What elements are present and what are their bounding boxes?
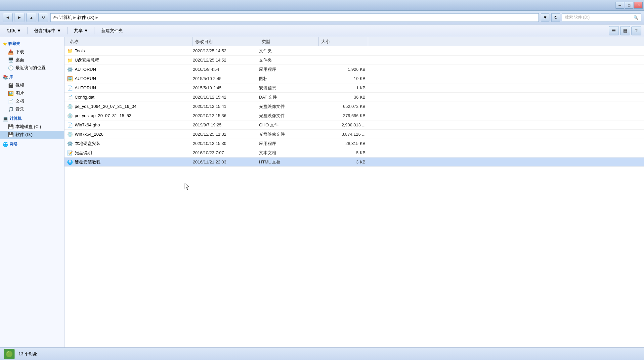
- col-header-type[interactable]: 类型: [259, 37, 319, 46]
- forward-button[interactable]: ►: [15, 13, 24, 22]
- star-icon: ★: [3, 41, 7, 47]
- up-button[interactable]: ▲: [26, 13, 36, 22]
- sidebar-library-header[interactable]: 📚 库: [0, 73, 64, 81]
- recent-label: 最近访问的位置: [16, 65, 46, 71]
- share-button[interactable]: 共享 ▼: [70, 26, 93, 35]
- file-name: AUTORUN: [75, 67, 96, 72]
- breadcrumb[interactable]: 🗁 计算机 ▶ 软件 (D:) ▶: [50, 13, 539, 22]
- table-row[interactable]: 📄 AUTORUN 2015/5/10 2:45 安装信息 1 KB: [64, 83, 644, 93]
- sidebar-item-music[interactable]: 🎵 音乐: [0, 105, 64, 113]
- sidebar-computer-header[interactable]: 💻 计算机: [0, 114, 64, 123]
- file-type-cell: 文件夹: [259, 48, 319, 54]
- title-bar-buttons: ─ □ ✕: [616, 2, 643, 9]
- new-folder-button[interactable]: 新建文件夹: [97, 26, 127, 35]
- table-row[interactable]: 📄 Config.dat 2020/10/12 15:42 DAT 文件 36 …: [64, 93, 644, 102]
- include-library-label: 包含到库中: [34, 28, 56, 34]
- file-type-cell: GHO 文件: [259, 122, 319, 128]
- file-size-cell: 2,900,813 ...: [319, 122, 368, 127]
- sidebar-item-software-d[interactable]: 💾 软件 (D:): [0, 131, 64, 139]
- table-row[interactable]: 📁 U盘安装教程 2020/12/25 14:52 文件夹: [64, 56, 644, 65]
- col-header-name[interactable]: 名称: [67, 37, 193, 46]
- help-button[interactable]: ?: [631, 26, 641, 35]
- file-name-cell: 📁 U盘安装教程: [67, 57, 193, 63]
- back-button[interactable]: ◄: [3, 13, 13, 22]
- file-name-cell: 📄 AUTORUN: [67, 85, 193, 91]
- file-date-cell: 2015/5/10 2:45: [193, 85, 259, 90]
- file-name: 硬盘安装教程: [75, 159, 101, 165]
- file-type-icon: 📝: [67, 150, 73, 156]
- toolbar-right: ☰ ▦ ?: [609, 26, 641, 35]
- file-name-cell: 📄 Win7x64.gho: [67, 122, 193, 128]
- organize-button[interactable]: 组织 ▼: [3, 26, 25, 35]
- sidebar-item-download[interactable]: 📥 下载: [0, 48, 64, 56]
- table-row[interactable]: 📄 Win7x64.gho 2019/9/7 19:25 GHO 文件 2,90…: [64, 120, 644, 130]
- file-date-cell: 2020/10/12 15:41: [193, 104, 259, 109]
- col-header-size[interactable]: 大小: [319, 37, 368, 46]
- table-row[interactable]: 📝 光盘说明 2016/10/23 7:07 文本文档 5 KB: [64, 148, 644, 158]
- table-row[interactable]: 📁 Tools 2020/12/25 14:52 文件夹: [64, 46, 644, 56]
- sidebar-item-desktop[interactable]: 🖥️ 桌面: [0, 56, 64, 64]
- favorites-label: 收藏夹: [8, 41, 20, 47]
- sidebar-item-picture[interactable]: 🖼️ 图片: [0, 89, 64, 97]
- file-type-icon: 📁: [67, 58, 73, 63]
- table-row[interactable]: 🌐 硬盘安装教程 2016/11/21 22:03 HTML 文档 3 KB: [64, 158, 644, 167]
- table-row[interactable]: 💿 Win7x64_2020 2020/12/25 11:32 光盘映像文件 3…: [64, 130, 644, 139]
- file-type-icon: 💿: [67, 104, 73, 109]
- file-size-cell: 36 KB: [319, 95, 368, 100]
- file-type-icon: 🌐: [67, 159, 73, 165]
- table-row[interactable]: 💿 pe_yqs_1064_20_07_31_16_04 2020/10/12 …: [64, 102, 644, 111]
- doc-icon: 📄: [8, 99, 14, 104]
- file-size-cell: 1,926 KB: [319, 67, 368, 72]
- file-type-cell: 安装信息: [259, 85, 319, 91]
- recent-icon: 🕒: [8, 65, 14, 70]
- music-label: 音乐: [16, 106, 24, 112]
- sidebar-item-video[interactable]: 🎬 视频: [0, 81, 64, 89]
- sidebar-item-doc[interactable]: 📄 文档: [0, 97, 64, 105]
- col-header-date[interactable]: 修改日期: [193, 37, 259, 46]
- minimize-button[interactable]: ─: [616, 2, 624, 9]
- download-label: 下载: [16, 49, 24, 55]
- include-library-button[interactable]: 包含到库中 ▼: [30, 26, 65, 35]
- sidebar-favorites-header[interactable]: ★ 收藏夹: [0, 40, 64, 48]
- file-type-cell: 文件夹: [259, 57, 319, 63]
- file-type-cell: 光盘映像文件: [259, 104, 319, 110]
- file-area: 名称 修改日期 类型 大小 📁 Tools 2020/12/25 14:52 文…: [64, 37, 644, 347]
- sidebar-item-recent[interactable]: 🕒 最近访问的位置: [0, 64, 64, 72]
- file-name: Win7x64_2020: [75, 132, 104, 137]
- sidebar-item-local-c[interactable]: 💾 本地磁盘 (C:): [0, 123, 64, 131]
- change-view-button[interactable]: ☰: [609, 26, 619, 35]
- breadcrumb-software-d[interactable]: 软件 (D:): [77, 15, 94, 21]
- details-view-button[interactable]: ▦: [620, 26, 630, 35]
- file-name-cell: ⚙️ 本地硬盘安装: [67, 141, 193, 147]
- desktop-icon: 🖥️: [8, 57, 14, 63]
- doc-label: 文档: [16, 98, 24, 104]
- share-label: 共享: [74, 28, 83, 34]
- library-icon: 📚: [3, 75, 8, 80]
- table-row[interactable]: 💿 pe_yqs_xp_20_07_31_15_53 2020/10/12 15…: [64, 111, 644, 120]
- refresh-button2[interactable]: ↻: [551, 13, 560, 22]
- main-layout: ★ 收藏夹 📥 下载 🖥️ 桌面 🕒 最近访问的位置 📚 库: [0, 37, 644, 347]
- file-type-cell: 文本文档: [259, 150, 319, 156]
- file-name: AUTORUN: [75, 76, 96, 81]
- table-row[interactable]: 🖼️ AUTORUN 2015/5/10 2:45 图标 10 KB: [64, 74, 644, 83]
- file-type-icon: 📄: [67, 85, 73, 91]
- dropdown-button[interactable]: ▼: [541, 13, 549, 22]
- table-row[interactable]: ⚙️ 本地硬盘安装 2020/10/12 15:30 应用程序 28,315 K…: [64, 139, 644, 148]
- file-date-cell: 2015/5/10 2:45: [193, 76, 259, 81]
- drive-d-icon: 💾: [8, 132, 14, 137]
- table-row[interactable]: ⚙️ AUTORUN 2016/1/8 4:54 应用程序 1,926 KB: [64, 65, 644, 74]
- app-icon: 🟢: [4, 349, 15, 359]
- search-icon[interactable]: 🔍: [633, 15, 638, 20]
- file-type-icon: 💿: [67, 132, 73, 137]
- refresh-button[interactable]: ↻: [38, 13, 48, 22]
- status-bar: 🟢 13 个对象: [0, 347, 644, 360]
- close-button[interactable]: ✕: [634, 2, 643, 9]
- file-name-cell: 📝 光盘说明: [67, 150, 193, 156]
- breadcrumb-computer[interactable]: 计算机: [59, 15, 72, 21]
- file-date-cell: 2019/9/7 19:25: [193, 122, 259, 127]
- sidebar-network-header[interactable]: 🌐 网络: [0, 140, 64, 148]
- maximize-button[interactable]: □: [625, 2, 633, 9]
- search-bar[interactable]: 搜索 软件 (D:) 🔍: [562, 13, 641, 22]
- file-date-cell: 2016/11/21 22:03: [193, 159, 259, 164]
- toolbar-separator-3: [95, 27, 95, 34]
